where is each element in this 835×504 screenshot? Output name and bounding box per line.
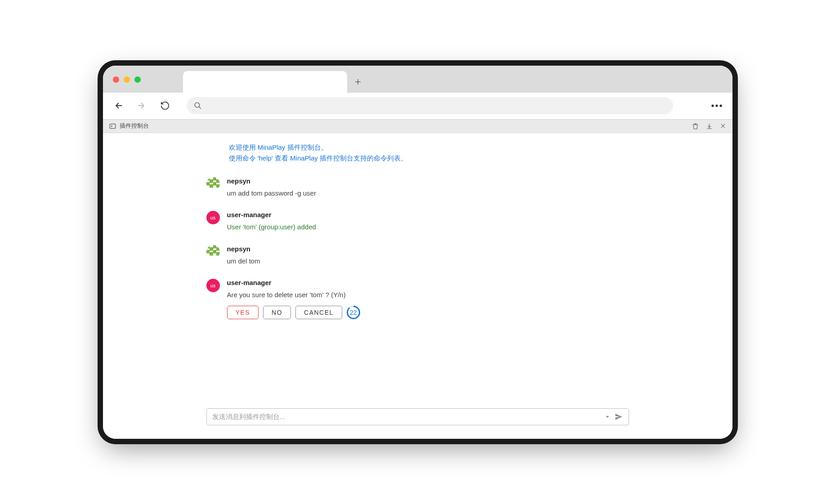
trash-icon — [692, 123, 699, 129]
address-bar[interactable] — [187, 97, 674, 114]
message-author: user-manager — [227, 211, 629, 219]
svg-rect-6 — [110, 124, 116, 128]
terminal-icon — [109, 123, 116, 129]
close-icon — [720, 123, 726, 129]
maximize-window-button[interactable] — [134, 76, 141, 83]
countdown-timer: 22 — [347, 306, 360, 319]
window-controls — [113, 76, 141, 83]
countdown-value: 22 — [350, 309, 357, 316]
send-icon — [614, 412, 623, 421]
no-button[interactable]: NO — [263, 306, 291, 319]
message-input[interactable] — [212, 413, 601, 420]
device-frame: ••• 插件控制台 欢迎使用 MinaPlay 插件控制台。 使用命令 'hel… — [103, 66, 732, 439]
input-bar-wrap — [206, 408, 629, 425]
browser-toolbar: ••• — [103, 93, 732, 120]
message-row: us user-manager User 'tom' (group:user) … — [206, 211, 629, 232]
clear-button[interactable] — [692, 123, 699, 129]
message-author: user-manager — [227, 279, 629, 286]
console-header: 插件控制台 — [103, 120, 732, 133]
browser-tabs-bar — [103, 66, 732, 93]
svg-point-4 — [195, 103, 200, 107]
send-button[interactable] — [614, 412, 623, 421]
new-tab-button[interactable] — [347, 71, 369, 93]
console-body: 欢迎使用 MinaPlay 插件控制台。 使用命令 'help' 查看 Mina… — [103, 133, 732, 439]
svg-line-5 — [199, 107, 201, 109]
confirm-actions: YES NO CANCEL 22 — [227, 306, 629, 319]
avatar — [206, 245, 220, 259]
message-text: User 'tom' (group:user) added — [227, 222, 629, 232]
search-icon — [194, 102, 202, 110]
message-text: Are you sure to delete user 'tom' ? (Y/n… — [227, 290, 629, 300]
more-menu-button[interactable]: ••• — [711, 101, 723, 111]
message-row: us user-manager Are you sure to delete u… — [206, 279, 629, 319]
reload-button[interactable] — [159, 99, 171, 112]
back-button[interactable] — [112, 99, 125, 112]
message-text: um add tom password -g user — [227, 188, 629, 199]
input-bar — [206, 408, 629, 425]
download-icon — [706, 123, 713, 129]
message-row: nepsyn um add tom password -g user — [206, 177, 629, 199]
close-window-button[interactable] — [113, 76, 119, 83]
close-console-button[interactable] — [720, 123, 726, 129]
plus-icon — [354, 78, 362, 86]
input-options-button[interactable] — [605, 415, 610, 419]
arrow-right-icon — [136, 100, 147, 111]
message-author: nepsyn — [227, 177, 629, 185]
console-title: 插件控制台 — [120, 122, 149, 130]
avatar: us — [206, 279, 220, 292]
message-text: um del tom — [227, 256, 629, 267]
avatar-label: us — [210, 283, 216, 288]
minimize-window-button[interactable] — [124, 76, 130, 83]
chevron-down-icon — [605, 415, 610, 419]
reload-icon — [160, 101, 170, 111]
avatar-label: us — [210, 215, 216, 220]
browser-tab[interactable] — [183, 71, 347, 93]
message-author: nepsyn — [227, 245, 629, 253]
welcome-message: 欢迎使用 MinaPlay 插件控制台。 使用命令 'help' 查看 Mina… — [229, 142, 629, 164]
cancel-button[interactable]: CANCEL — [295, 306, 342, 319]
yes-button[interactable]: YES — [227, 306, 259, 319]
download-button[interactable] — [706, 123, 713, 129]
avatar — [206, 177, 220, 191]
welcome-line-1: 欢迎使用 MinaPlay 插件控制台。 — [229, 142, 629, 153]
forward-button[interactable] — [135, 99, 148, 112]
dots-icon: ••• — [711, 101, 723, 111]
welcome-line-2: 使用命令 'help' 查看 MinaPlay 插件控制台支持的命令列表。 — [229, 153, 629, 164]
arrow-left-icon — [113, 100, 124, 111]
avatar: us — [206, 211, 220, 224]
svg-marker-10 — [606, 416, 609, 418]
message-row: nepsyn um del tom — [206, 245, 629, 267]
